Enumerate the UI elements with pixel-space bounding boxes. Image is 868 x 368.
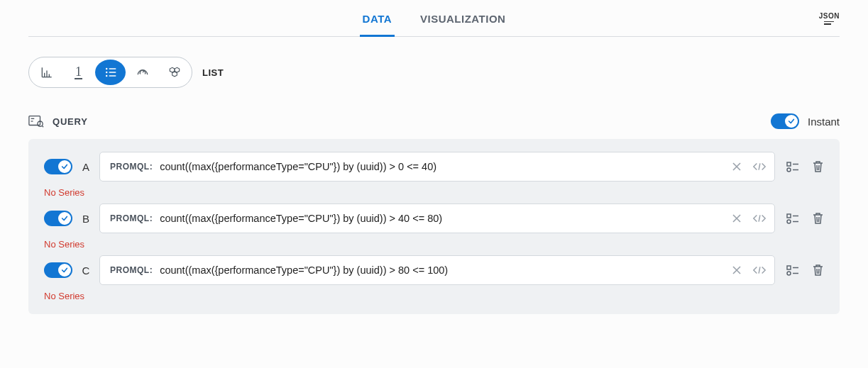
- svg-line-28: [819, 165, 820, 170]
- instant-toggle[interactable]: [771, 113, 799, 129]
- check-icon: [61, 267, 68, 274]
- code-icon: [752, 265, 767, 275]
- query-enable-toggle[interactable]: [44, 262, 72, 278]
- query-input-box[interactable]: PROMQL: count((max({performanceType="CPU…: [99, 255, 775, 285]
- viewtype-list[interactable]: [95, 60, 126, 85]
- viewtype-timeseries[interactable]: [31, 60, 62, 85]
- query-text[interactable]: count((max({performanceType="CPU"}) by (…: [160, 264, 722, 276]
- close-icon: [732, 265, 742, 275]
- honeycomb-icon: [167, 65, 182, 79]
- number-one-icon: 1: [75, 65, 82, 79]
- code-icon: [752, 162, 767, 172]
- delete-query-button[interactable]: [812, 212, 824, 225]
- svg-line-36: [817, 217, 818, 222]
- query-options-button[interactable]: [786, 160, 799, 173]
- query-panel: A PROMQL: count((max({performanceType="C…: [28, 139, 840, 314]
- query-header: QUERY Instant: [28, 88, 840, 139]
- code-icon: [752, 213, 767, 223]
- clear-query-button[interactable]: [729, 211, 745, 226]
- no-series-message: No Series: [44, 233, 824, 255]
- svg-line-31: [759, 215, 760, 221]
- query-enable-toggle[interactable]: [44, 211, 72, 226]
- query-text[interactable]: count((max({performanceType="CPU"}) by (…: [160, 213, 722, 224]
- sliders-icon: [786, 212, 799, 225]
- svg-point-7: [105, 72, 107, 74]
- svg-line-11: [143, 71, 145, 73]
- no-series-message: No Series: [44, 182, 824, 203]
- svg-line-37: [819, 217, 820, 222]
- svg-line-40: [759, 267, 760, 273]
- query-input-box[interactable]: PROMQL: count((max({performanceType="CPU…: [99, 152, 775, 182]
- query-row: B PROMQL: count((max({performanceType="C…: [44, 203, 824, 233]
- sliders-icon: [786, 264, 799, 277]
- trash-icon: [812, 212, 824, 225]
- query-block: A PROMQL: count((max({performanceType="C…: [44, 152, 824, 203]
- no-series-message: No Series: [44, 285, 824, 301]
- query-row: C PROMQL: count((max({performanceType="C…: [44, 255, 824, 285]
- gauge-icon: [136, 65, 150, 79]
- query-letter: C: [81, 264, 91, 277]
- delete-query-button[interactable]: [812, 160, 824, 173]
- promql-tag: PROMQL:: [110, 265, 153, 275]
- viewtype-row: 1: [28, 37, 840, 88]
- svg-rect-15: [29, 116, 40, 126]
- svg-point-9: [105, 75, 107, 77]
- json-button[interactable]: JSON: [819, 12, 840, 25]
- check-icon: [788, 118, 795, 125]
- clear-query-button[interactable]: [729, 262, 745, 278]
- list-icon: [104, 65, 118, 79]
- svg-line-46: [819, 269, 820, 274]
- close-icon: [732, 213, 742, 223]
- query-icon: [28, 114, 44, 128]
- svg-line-17: [42, 126, 43, 127]
- viewtype-label: LIST: [202, 67, 224, 78]
- trash-icon: [812, 160, 824, 173]
- query-section-label: QUERY: [53, 116, 88, 127]
- svg-rect-32: [787, 214, 791, 218]
- svg-rect-41: [787, 266, 791, 269]
- tab-visualization[interactable]: VISUALIZATION: [417, 1, 508, 37]
- query-block: C PROMQL: count((max({performanceType="C…: [44, 255, 824, 301]
- svg-rect-23: [787, 162, 791, 166]
- clear-query-button[interactable]: [729, 159, 745, 174]
- instant-label: Instant: [808, 116, 840, 128]
- query-text[interactable]: count((max({performanceType="CPU"}) by (…: [160, 161, 722, 172]
- bar-chart-icon: [40, 65, 54, 79]
- code-view-button[interactable]: [752, 211, 767, 226]
- code-view-button[interactable]: [752, 262, 767, 278]
- svg-marker-12: [170, 67, 175, 72]
- query-enable-toggle[interactable]: [44, 159, 72, 174]
- tab-data[interactable]: DATA: [360, 1, 395, 37]
- svg-line-22: [759, 163, 760, 169]
- viewtype-singlevalue[interactable]: 1: [63, 60, 94, 85]
- json-button-label: JSON: [819, 12, 840, 20]
- query-row: A PROMQL: count((max({performanceType="C…: [44, 152, 824, 182]
- promql-tag: PROMQL:: [110, 162, 153, 172]
- promql-tag: PROMQL:: [110, 213, 153, 223]
- svg-line-45: [817, 269, 818, 274]
- delete-query-button[interactable]: [812, 264, 824, 277]
- query-options-button[interactable]: [786, 212, 799, 225]
- menu-lines-icon: [824, 21, 834, 25]
- query-letter: B: [81, 213, 91, 225]
- check-icon: [61, 163, 68, 170]
- svg-marker-13: [175, 67, 180, 72]
- svg-point-34: [787, 220, 791, 223]
- sliders-icon: [786, 160, 799, 173]
- svg-line-27: [817, 165, 818, 170]
- svg-point-25: [787, 168, 791, 172]
- query-options-button[interactable]: [786, 264, 799, 277]
- viewtype-group: 1: [28, 57, 192, 88]
- svg-point-43: [787, 272, 791, 275]
- close-icon: [732, 162, 742, 172]
- code-view-button[interactable]: [752, 159, 767, 174]
- viewtype-honeycomb[interactable]: [159, 60, 189, 85]
- svg-point-5: [105, 68, 107, 70]
- svg-marker-14: [172, 72, 177, 77]
- query-letter: A: [81, 161, 91, 173]
- check-icon: [61, 215, 68, 222]
- trash-icon: [812, 264, 824, 277]
- viewtype-gauge[interactable]: [127, 60, 158, 85]
- query-input-box[interactable]: PROMQL: count((max({performanceType="CPU…: [99, 203, 775, 233]
- query-block: B PROMQL: count((max({performanceType="C…: [44, 203, 824, 255]
